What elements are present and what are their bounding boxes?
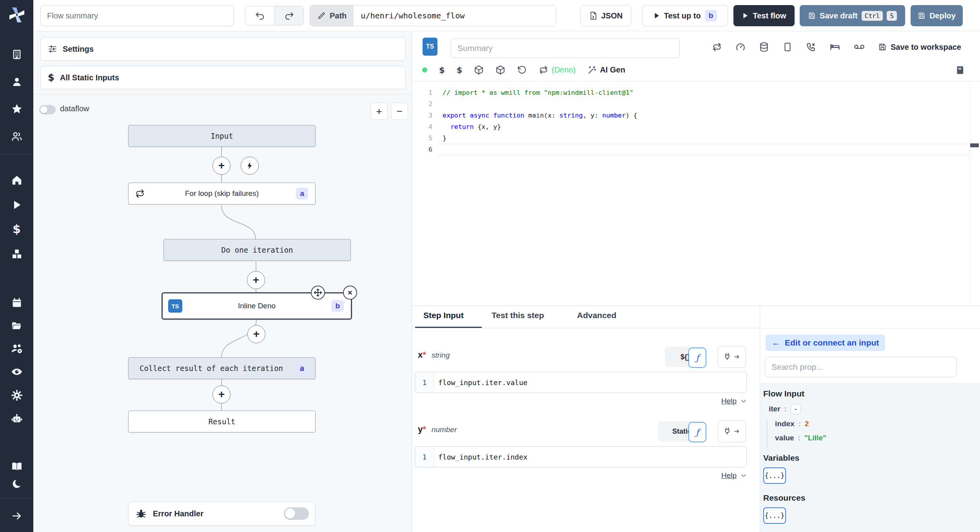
- ai-gen-button[interactable]: AI Gen: [587, 65, 625, 75]
- windmill-logo[interactable]: [0, 5, 33, 24]
- resource-picker-icon[interactable]: $: [457, 65, 463, 75]
- help-link[interactable]: Help: [721, 471, 737, 480]
- sidebar-item-workers[interactable]: [0, 340, 33, 357]
- save-to-workspace-button[interactable]: Save to workspace: [878, 43, 961, 52]
- mock-voicemail-icon[interactable]: [854, 42, 865, 52]
- json-button[interactable]: JSON: [580, 5, 631, 26]
- tab-step-input[interactable]: Step Input: [423, 311, 464, 320]
- expression-value: flow_input.iter.value: [434, 372, 746, 393]
- save-icon: [918, 12, 926, 20]
- retry-icon[interactable]: [712, 42, 722, 52]
- add-step-button[interactable]: +: [247, 271, 265, 289]
- all-static-inputs-button[interactable]: $ All Static Inputs: [40, 66, 406, 89]
- add-step-button[interactable]: +: [212, 385, 230, 404]
- users-gear-icon: [11, 342, 23, 355]
- field-x-connect-button[interactable]: [718, 346, 746, 368]
- undo-button[interactable]: [245, 6, 274, 25]
- timeout-icon[interactable]: [782, 42, 793, 52]
- package-icon[interactable]: [474, 65, 484, 75]
- sidebar-item-settings[interactable]: [0, 387, 33, 404]
- flow-settings-button[interactable]: Settings: [40, 37, 406, 61]
- runtime-switch-icon[interactable]: [539, 65, 548, 75]
- sidebar-item-folders[interactable]: [0, 317, 33, 335]
- sidebar-item-resources[interactable]: [0, 245, 33, 262]
- deploy-button[interactable]: Deploy: [911, 5, 963, 26]
- cache-database-icon[interactable]: [759, 42, 769, 52]
- error-handler-row[interactable]: Error Handler: [128, 501, 316, 526]
- reset-icon[interactable]: [517, 65, 527, 75]
- path-value[interactable]: u/henri/wholesome_flow: [354, 5, 556, 26]
- sidebar-item-audit-logs[interactable]: [0, 363, 33, 380]
- delete-step-button[interactable]: ✕: [343, 286, 357, 300]
- sidebar-item-schedules[interactable]: [0, 294, 33, 311]
- field-x-mode-toggle[interactable]: ${} ƒ: [665, 347, 706, 367]
- sidebar-item-runs[interactable]: [0, 196, 33, 214]
- flow-node-input[interactable]: Input: [128, 125, 316, 147]
- sidebar-expand-button[interactable]: [0, 507, 33, 525]
- step-summary-input[interactable]: [451, 38, 680, 58]
- variable-picker-icon[interactable]: $: [439, 65, 445, 75]
- prop-row-iter[interactable]: iter : -: [769, 404, 801, 414]
- prop-row-index[interactable]: index : 2: [775, 420, 809, 428]
- docs-book-icon[interactable]: [955, 65, 965, 75]
- sidebar-item-variables[interactable]: $: [0, 220, 33, 237]
- required-mark: *: [423, 424, 426, 434]
- expression-value: flow_input.iter.index: [434, 447, 746, 467]
- home-icon: [11, 174, 23, 186]
- path-group[interactable]: Path u/henri/wholesome_flow: [310, 5, 556, 26]
- sidebar-item-theme[interactable]: [0, 475, 33, 492]
- step-id-badge: b: [331, 300, 344, 312]
- field-y-expression-editor[interactable]: 1 flow_input.iter.index: [415, 446, 747, 467]
- field-y-mode-toggle[interactable]: Static ƒ: [658, 421, 706, 442]
- move-step-handle[interactable]: [311, 286, 325, 300]
- node-label: Collect result of each iteration: [140, 364, 283, 373]
- redo-button[interactable]: [274, 6, 303, 25]
- flow-summary-input[interactable]: [40, 5, 234, 26]
- tab-test-this-step[interactable]: Test this step: [492, 311, 544, 320]
- sidebar-item-favorites[interactable]: [0, 100, 33, 118]
- flow-node-forloop[interactable]: For loop (skip failures) a: [128, 183, 316, 204]
- test-flow-button[interactable]: Test flow: [733, 5, 795, 26]
- chevron-down-icon[interactable]: [740, 398, 747, 404]
- save-draft-button[interactable]: Save draft Ctrl S: [800, 5, 905, 26]
- test-up-to-button[interactable]: Test up to b: [642, 5, 728, 26]
- add-step-button[interactable]: +: [212, 157, 230, 175]
- code-editor[interactable]: 123456 // import * as wmill from "npm:wi…: [412, 81, 980, 306]
- field-x-expression-editor[interactable]: 1 flow_input.iter.value: [415, 372, 747, 393]
- early-stop-phone-icon[interactable]: [806, 42, 816, 52]
- flow-node-result[interactable]: Result: [128, 411, 316, 432]
- sidebar-item-home[interactable]: [0, 172, 33, 189]
- variables-object-button[interactable]: {...}: [763, 467, 786, 484]
- collapse-button[interactable]: -: [791, 404, 801, 414]
- add-trigger-button[interactable]: [241, 157, 259, 175]
- sidebar-item-workspace[interactable]: [0, 46, 33, 63]
- field-y-connect-button[interactable]: [718, 420, 746, 442]
- node-label: Inline Deno: [238, 302, 276, 310]
- help-link[interactable]: Help: [721, 397, 737, 405]
- prop-search-input[interactable]: [765, 357, 957, 377]
- sidebar-item-groups[interactable]: [0, 128, 33, 145]
- concurrency-gauge-icon[interactable]: [735, 42, 746, 52]
- error-handler-toggle[interactable]: [284, 507, 309, 520]
- chevron-down-icon[interactable]: [740, 472, 747, 479]
- package-icon[interactable]: [495, 65, 505, 75]
- app-sidebar: $: [0, 0, 33, 532]
- tab-advanced[interactable]: Advanced: [577, 311, 616, 320]
- add-step-button[interactable]: +: [247, 325, 265, 343]
- javascript-mode-button[interactable]: ƒ: [688, 422, 706, 442]
- flow-node-collect[interactable]: Collect result of each iteration a: [128, 357, 316, 379]
- edit-or-connect-button[interactable]: ← Edit or connect an input: [766, 335, 885, 351]
- sleep-bed-icon[interactable]: [829, 42, 840, 52]
- flow-node-inline-deno[interactable]: TS Inline Deno b ✕: [162, 292, 352, 320]
- sidebar-item-user[interactable]: [0, 73, 33, 90]
- prop-row-value[interactable]: value : "Lille": [775, 434, 826, 442]
- sidebar-item-docs[interactable]: [0, 458, 33, 475]
- zoom-out-button[interactable]: −: [391, 103, 408, 120]
- loop-icon: [135, 188, 145, 199]
- javascript-mode-button[interactable]: ƒ: [688, 347, 706, 368]
- dataflow-toggle[interactable]: [39, 105, 56, 114]
- sidebar-item-ai[interactable]: [0, 411, 33, 428]
- flow-node-iteration[interactable]: Do one iteration: [163, 239, 351, 261]
- resources-object-button[interactable]: {...}: [763, 507, 786, 524]
- zoom-in-button[interactable]: +: [370, 103, 388, 120]
